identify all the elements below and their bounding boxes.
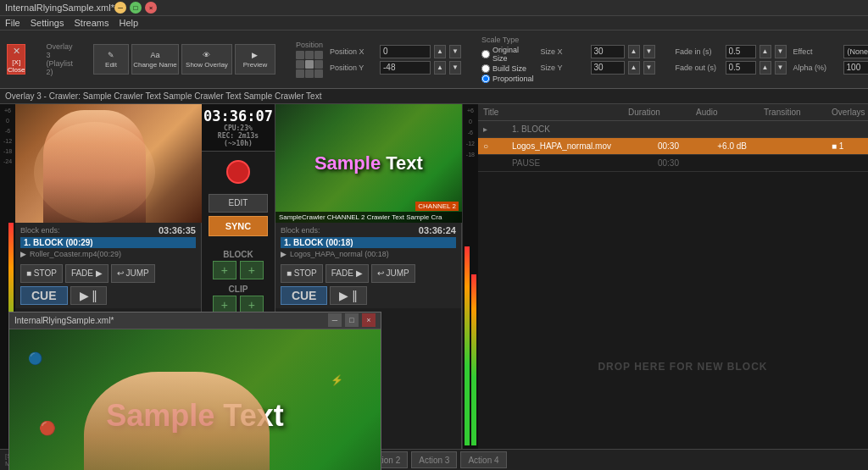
- pos-y-down[interactable]: ▼: [449, 61, 461, 75]
- popup-restore[interactable]: □: [345, 313, 359, 327]
- menu-file[interactable]: File: [5, 18, 20, 28]
- preview-icon: ▶: [252, 51, 258, 59]
- close-overlay-label: [X] Close: [8, 58, 25, 74]
- toolbar-icon-buttons: ✎ Edit Aa Change Name 👁 Show Overlay ▶ P…: [93, 44, 275, 75]
- ch1-block-ends-label: Block ends:: [20, 226, 60, 235]
- pos-x-down[interactable]: ▼: [449, 45, 461, 58]
- channel2-preview: Sample Text SampleCrawler CHANNEL 2 Craw…: [275, 104, 462, 223]
- ch1-cue-button[interactable]: CUE: [20, 286, 68, 305]
- table-row[interactable]: ▸ 1. BLOCK: [478, 121, 868, 138]
- popup-content: 🔵 ⚡ 🔴 🏴 Sample Text Sample Crawler Text …: [9, 329, 381, 470]
- fade-out-up[interactable]: ▲: [760, 61, 771, 75]
- build-size-radio[interactable]: Build Size: [481, 64, 534, 73]
- record-button[interactable]: [226, 160, 250, 184]
- ch2-jump-button[interactable]: ↩ JUMP: [371, 264, 415, 283]
- overlay-text: Overlay 3 - Crawler: Sample Crawler Text…: [5, 91, 321, 101]
- row-active-audio: +6.0 dB: [696, 141, 747, 151]
- preview-button[interactable]: ▶ Preview: [235, 44, 275, 75]
- overlay-tab-label: Overlay 3 (Playlist 2): [46, 42, 73, 76]
- ch2-stop-button[interactable]: ■ STOP: [281, 264, 323, 283]
- action-tab-3[interactable]: Action 3: [411, 451, 457, 468]
- fade-out-input[interactable]: [726, 61, 756, 75]
- pos-y-up[interactable]: ▲: [434, 61, 446, 75]
- change-name-button[interactable]: Aa Change Name: [131, 44, 179, 75]
- pos-br[interactable]: [314, 69, 323, 78]
- ch2-block-name: 1. BLOCK (00:18): [281, 237, 456, 248]
- maximize-button[interactable]: □: [130, 2, 142, 14]
- alpha-input[interactable]: [843, 61, 868, 75]
- pos-y-input[interactable]: [380, 61, 431, 75]
- block-add-left[interactable]: +: [213, 261, 236, 279]
- playlist-area: Title Duration Audio Transition Overlays…: [478, 104, 868, 449]
- pos-tc[interactable]: [305, 51, 314, 59]
- edit-toolbar-button[interactable]: ✎ Edit: [93, 44, 129, 75]
- fade-in-up[interactable]: ▲: [760, 45, 771, 58]
- pos-x-up[interactable]: ▲: [434, 45, 446, 58]
- show-overlay-button[interactable]: 👁 Show Overlay: [181, 44, 232, 75]
- pos-y-label: Position Y: [330, 64, 376, 72]
- pos-mr[interactable]: [314, 60, 323, 69]
- ch1-clip-name: Roller_Coaster.mp4(00:29): [30, 250, 121, 258]
- popup-preview: 🔵 ⚡ 🔴 🏴 Sample Text Sample Crawler Text …: [9, 329, 381, 470]
- toolbar: ✕ [X] Close Overlay 3 (Playlist 2) ✎ Edi…: [0, 30, 868, 89]
- pos-tr[interactable]: [314, 51, 323, 59]
- position-label: Position: [296, 41, 323, 49]
- size-x-input[interactable]: [591, 45, 625, 58]
- menu-help[interactable]: Help: [119, 18, 138, 28]
- channel1-controls: ■ STOP FADE ▶ ↩ JUMP CUE ▶ ‖: [15, 261, 201, 308]
- fade-in-down[interactable]: ▼: [775, 45, 787, 58]
- menu-streams[interactable]: Streams: [74, 18, 108, 28]
- fade-out-down[interactable]: ▼: [775, 61, 787, 75]
- channel2-info: Block ends: 03:36:24 1. BLOCK (00:18) ▶ …: [275, 223, 461, 261]
- popup-minimize[interactable]: ─: [328, 313, 342, 327]
- pos-mc[interactable]: [305, 60, 314, 69]
- ch1-stop-button[interactable]: ■ STOP: [20, 264, 63, 283]
- position-grid-row: [296, 51, 323, 78]
- size-y-up[interactable]: ▲: [628, 61, 640, 75]
- popup-controls: ─ □ ×: [328, 313, 376, 327]
- eye-icon: 👁: [203, 51, 210, 59]
- action-tab-4[interactable]: Action 4: [460, 451, 506, 468]
- size-y-down[interactable]: ▼: [643, 61, 655, 75]
- fade-in-input[interactable]: [726, 45, 756, 58]
- close-overlay-button[interactable]: ✕ [X] Close: [7, 44, 25, 75]
- pos-x-input[interactable]: [380, 45, 431, 58]
- ch1-block-ends-time: 03:36:35: [159, 225, 196, 235]
- channel1-preview-image: [15, 104, 202, 223]
- fade-in-label: Fade in (s): [676, 47, 722, 56]
- sync-button[interactable]: SYNC: [209, 216, 268, 236]
- title-bar-title: InternalRlyingSample.xml*: [5, 3, 114, 13]
- block-label: BLOCK: [213, 250, 264, 259]
- popup-title-text: InternalRlyingSample.xml*: [14, 316, 328, 325]
- ch1-jump-button[interactable]: ↩ JUMP: [111, 264, 155, 283]
- size-fields: Size X ▲ ▼ Size Y ▲ ▼: [541, 45, 655, 75]
- menu-settings[interactable]: Settings: [31, 18, 64, 28]
- size-y-input[interactable]: [591, 61, 625, 75]
- ch1-fade-button[interactable]: FADE ▶: [65, 264, 108, 283]
- effect-select[interactable]: (None): [843, 45, 868, 58]
- channel2-controls: ■ STOP FADE ▶ ↩ JUMP CUE ▶ ‖: [275, 261, 461, 308]
- size-x-up[interactable]: ▲: [628, 45, 640, 58]
- ch2-cue-button[interactable]: CUE: [281, 286, 328, 305]
- popup-close[interactable]: ×: [362, 313, 376, 327]
- pos-bl[interactable]: [296, 69, 304, 78]
- table-row[interactable]: ○ Logos_HAPA_normal.mov 00:30 +6.0 dB ■ …: [478, 138, 868, 155]
- edit-button[interactable]: EDIT: [209, 194, 268, 213]
- pos-tl[interactable]: [296, 51, 304, 59]
- original-size-radio[interactable]: Original Size: [481, 46, 534, 63]
- block-icon: ▸: [483, 124, 495, 134]
- block-add-right[interactable]: +: [240, 261, 264, 279]
- ch2-play-pause-button[interactable]: ▶ ‖: [330, 286, 367, 305]
- minimize-button[interactable]: ─: [114, 2, 126, 14]
- pos-bc[interactable]: [305, 69, 314, 78]
- close-window-button[interactable]: ×: [145, 2, 157, 14]
- title-bar: InternalRlyingSample.xml* ─ □ ×: [0, 0, 868, 16]
- row-block-title: 1. BLOCK: [512, 124, 611, 134]
- pos-ml[interactable]: [296, 60, 304, 69]
- row-pause-duration: 00:30: [628, 158, 679, 168]
- table-row[interactable]: PAUSE 00:30: [478, 155, 868, 172]
- ch2-fade-button[interactable]: FADE ▶: [326, 264, 369, 283]
- proportional-radio[interactable]: Proportional: [481, 75, 534, 83]
- size-x-down[interactable]: ▼: [643, 45, 655, 58]
- ch1-play-pause-button[interactable]: ▶ ‖: [70, 286, 108, 305]
